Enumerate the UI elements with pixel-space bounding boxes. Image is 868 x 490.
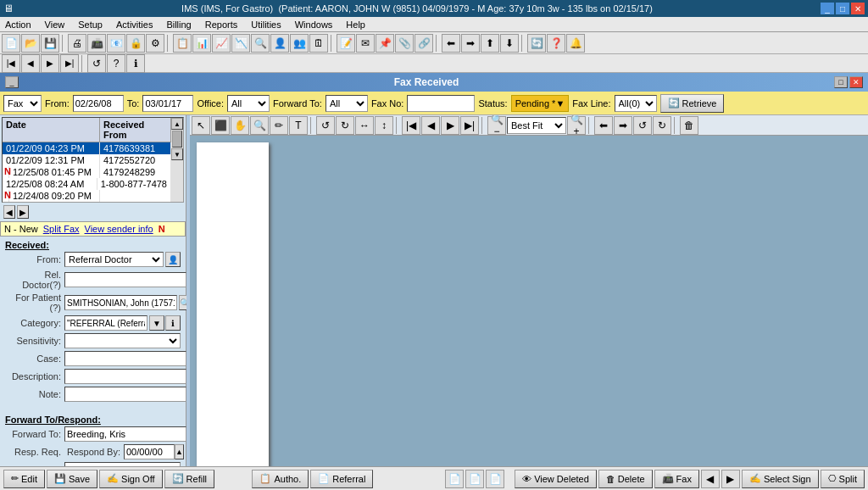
for-patient-input[interactable] [64, 295, 177, 310]
open-button[interactable]: 📂 [21, 34, 40, 53]
tool-b4[interactable]: 📉 [231, 34, 250, 53]
info-button[interactable]: ℹ [126, 54, 145, 73]
save-action-button[interactable]: 💾 Save [47, 470, 97, 488]
menu-utilities[interactable]: Utilities [248, 19, 284, 30]
tool-c2[interactable]: ✉ [356, 34, 375, 53]
menu-view[interactable]: View [42, 19, 69, 30]
status-dropdown-arrow[interactable]: ▼ [555, 98, 565, 109]
menu-action[interactable]: Action [2, 19, 35, 30]
table-row[interactable]: 01/22/09 12:31 PM 4172552720 [3, 154, 171, 166]
category-info-btn[interactable]: ℹ [165, 315, 181, 331]
delete-button[interactable]: 🗑 Delete [598, 470, 653, 488]
preview-text[interactable]: T [289, 116, 308, 135]
table-row[interactable]: 01/22/09 04:23 PM 4178639381 [3, 142, 171, 154]
preview-del[interactable]: 🗑 [680, 116, 698, 135]
preview-zoom-in2[interactable]: 🔍+ [567, 116, 586, 135]
rel-doctor-input[interactable] [64, 272, 186, 287]
nav-next[interactable]: ▶ [41, 54, 59, 73]
save-toolbar-button[interactable]: 💾 [41, 34, 59, 53]
help-button[interactable]: ? [107, 54, 125, 73]
tool-b6[interactable]: 👤 [270, 34, 289, 53]
page-icon3[interactable]: 📄 [486, 470, 504, 488]
fax-nav-next[interactable]: ▶ [721, 470, 740, 488]
fax-type-select[interactable]: Fax [3, 95, 42, 112]
select-sign-button[interactable]: ✍ Select Sign [742, 470, 819, 488]
preview-first-page[interactable]: |◀ [402, 116, 420, 135]
view-sender-link[interactable]: View sender info [85, 224, 153, 234]
autho-button[interactable]: 📋 Autho. [252, 470, 309, 488]
preview-rotate-right[interactable]: ↻ [336, 116, 354, 135]
edit-button[interactable]: ✏ Edit [3, 470, 45, 488]
note-input[interactable] [64, 387, 186, 402]
preview-nav4[interactable]: ↻ [653, 116, 671, 135]
nav-prev[interactable]: ◀ [21, 54, 40, 73]
referral-button[interactable]: 📄 Referral [310, 470, 373, 488]
view-deleted-button[interactable]: 👁 View Deleted [515, 470, 597, 488]
fax-nav-prev[interactable]: ◀ [701, 470, 720, 488]
table-row[interactable]: N 12/24/08 09:20 PM [3, 190, 171, 202]
preview-zoom-in[interactable]: 🔍 [250, 116, 269, 135]
category-input[interactable] [64, 315, 147, 331]
tool-e2[interactable]: ❓ [547, 34, 565, 53]
menu-setup[interactable]: Setup [75, 19, 106, 30]
description-input[interactable] [64, 369, 186, 384]
refresh-button[interactable]: ↺ [87, 54, 106, 73]
tool-e1[interactable]: 🔄 [527, 34, 546, 53]
scroll-up-arrow[interactable]: ▲ [171, 118, 183, 130]
minimize-button[interactable]: _ [821, 3, 834, 14]
fax-toolbar-button[interactable]: 📠 [87, 34, 106, 53]
category-lookup-btn[interactable]: ▼ [149, 315, 164, 331]
status-select[interactable]: Pending * ▼ [511, 95, 570, 112]
list-nav-right[interactable]: ▶ [17, 205, 29, 219]
print-button[interactable]: 🖨 [68, 34, 86, 53]
scroll-down-arrow[interactable]: ▼ [171, 148, 183, 160]
preview-last-page[interactable]: ▶| [460, 116, 479, 135]
preview-rotate-left[interactable]: ↺ [316, 116, 335, 135]
preview-nav3[interactable]: ↺ [633, 116, 652, 135]
tool-b1[interactable]: 📋 [173, 34, 192, 53]
preview-next-page[interactable]: ▶ [441, 116, 459, 135]
nav-last[interactable]: ▶| [60, 54, 79, 73]
forward-to-select[interactable]: All [326, 95, 368, 112]
table-row[interactable]: 12/25/08 08:24 AM 1-800-877-7478 [3, 178, 171, 190]
table-row[interactable]: N 12/25/08 01:45 PM 4179248299 [3, 166, 171, 178]
preview-nav1[interactable]: ⬅ [594, 116, 613, 135]
refill-button[interactable]: 🔄 Refill [164, 470, 214, 488]
preview-zoom-select[interactable]: Best Fit [507, 117, 566, 134]
preview-select[interactable]: ⬛ [211, 116, 230, 135]
office-select[interactable]: All [227, 95, 270, 112]
to-date-input[interactable] [142, 95, 193, 112]
preview-nav2[interactable]: ➡ [614, 116, 632, 135]
list-nav-left[interactable]: ◀ [3, 205, 15, 219]
email-button[interactable]: 📧 [107, 34, 125, 53]
split-fax-link[interactable]: Split Fax [43, 224, 80, 234]
respond-by-input[interactable] [124, 444, 175, 459]
from-date-input[interactable] [73, 95, 124, 112]
from-field-select[interactable]: Referral Doctor [64, 252, 164, 267]
new-button[interactable]: 📄 [2, 34, 20, 53]
preview-flip-h[interactable]: ↔ [355, 116, 374, 135]
tool-c3[interactable]: 📌 [376, 34, 394, 53]
lock-button[interactable]: 🔒 [126, 34, 145, 53]
page-icon1[interactable]: 📄 [445, 470, 464, 488]
fax-action-button[interactable]: 📠 Fax [654, 470, 699, 488]
tool-b3[interactable]: 📈 [212, 34, 231, 53]
preview-cursor[interactable]: ↖ [192, 116, 210, 135]
tool-d3[interactable]: ⬆ [481, 34, 499, 53]
menu-windows[interactable]: Windows [292, 19, 337, 30]
menu-activities[interactable]: Activities [113, 19, 156, 30]
scroll-thumb[interactable] [172, 131, 182, 148]
fax-no-input[interactable] [407, 95, 475, 112]
nav-first[interactable]: |◀ [2, 54, 20, 73]
tool-b2[interactable]: 📊 [192, 34, 211, 53]
menu-reports[interactable]: Reports [202, 19, 242, 30]
tool-d2[interactable]: ➡ [461, 34, 480, 53]
respond-by-up[interactable]: ▲ [175, 444, 184, 459]
case-input[interactable] [64, 351, 186, 366]
tool-b8[interactable]: 🗓 [309, 34, 328, 53]
fax-line-select[interactable]: All(0) [615, 95, 657, 112]
tool-b5[interactable]: 🔍 [251, 34, 270, 53]
fax-list-scrollbar[interactable]: ▲ ▼ [171, 118, 183, 202]
tool-c5[interactable]: 🔗 [415, 34, 433, 53]
page-icon2[interactable]: 📄 [465, 470, 484, 488]
